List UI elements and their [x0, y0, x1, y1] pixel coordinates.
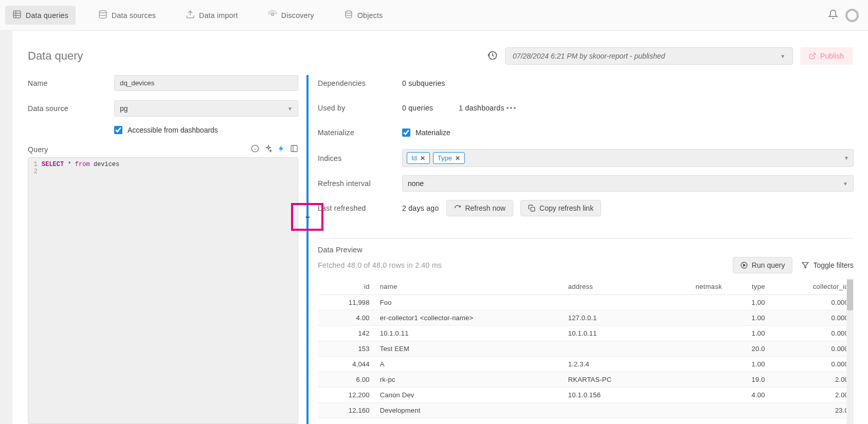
resize-highlight: ↔ — [291, 203, 323, 231]
table-row[interactable]: 6.00rk-pcRKARTAS-PC19.02.00 — [318, 372, 854, 388]
chip-label: Id — [411, 154, 417, 162]
datasource-select[interactable]: pg ▼ — [114, 100, 298, 117]
remove-chip-icon[interactable]: ✕ — [420, 155, 425, 162]
divider — [318, 238, 854, 238]
svg-rect-0 — [13, 11, 21, 18]
table-cell — [661, 326, 727, 341]
table-cell: 1.00 — [727, 295, 770, 310]
tab-data-queries[interactable]: Data queries — [5, 6, 76, 25]
materialize-checkbox[interactable] — [402, 128, 410, 137]
scrollbar[interactable] — [846, 279, 854, 424]
table-cell: 0.000 — [770, 341, 854, 357]
tab-objects[interactable]: Objects — [337, 6, 390, 25]
table-row[interactable]: 11,998Foo1.000.000 — [318, 295, 854, 310]
svg-rect-11 — [291, 145, 297, 152]
publish-button[interactable]: Publish — [800, 47, 853, 65]
usedby-dashboards: 1 dashboards — [459, 104, 504, 112]
table-cell: 1.00 — [727, 357, 770, 372]
table-cell: 4.00 — [318, 310, 375, 326]
column-header[interactable]: collector_id — [770, 279, 854, 295]
tab-label: Data queries — [26, 11, 68, 20]
resize-cursor-icon: ↔ — [304, 213, 311, 221]
usedby-queries: 0 queries — [402, 104, 433, 112]
tab-data-import[interactable]: Data import — [178, 6, 245, 25]
table-row[interactable]: 14210.1.0.1110.1.0.111.000.000 — [318, 326, 854, 341]
table-cell: 0.000 — [770, 295, 854, 310]
more-icon[interactable]: ••• — [507, 104, 517, 112]
table-row[interactable]: 153Test EEM20.00.000 — [318, 341, 854, 357]
scroll-thumb[interactable] — [847, 280, 853, 310]
run-query-label: Run query — [752, 261, 785, 269]
bell-icon[interactable] — [828, 9, 838, 21]
fetch-info: Fetched 48.0 of 48.0 rows in 2.40 ms — [318, 261, 442, 269]
refresh-interval-select[interactable]: none ▼ — [402, 175, 854, 192]
table-cell — [661, 403, 727, 418]
table-cell: 2.00 — [770, 388, 854, 403]
column-header[interactable]: name — [375, 279, 563, 295]
history-icon[interactable] — [487, 50, 498, 62]
split-divider[interactable]: ↔ — [306, 75, 309, 424]
version-text: 07/28/2024 6:21 PM by skoor-report - pub… — [513, 52, 665, 60]
table-cell: 0.000 — [770, 326, 854, 341]
table-cell: 142 — [318, 326, 375, 341]
svg-marker-15 — [803, 263, 809, 268]
tab-icon — [186, 10, 195, 21]
column-header[interactable]: netmask — [661, 279, 727, 295]
table-cell — [563, 403, 661, 418]
bolt-icon[interactable] — [278, 144, 285, 154]
table-cell — [661, 388, 727, 403]
column-header[interactable]: address — [563, 279, 661, 295]
table-cell: 11,998 — [318, 295, 375, 310]
table-cell — [661, 310, 727, 326]
accessible-checkbox[interactable] — [114, 126, 122, 134]
sparkle-icon[interactable] — [264, 144, 273, 154]
table-cell: 4,044 — [318, 357, 375, 372]
svg-rect-12 — [531, 207, 535, 211]
copy-refresh-button[interactable]: Copy refresh link — [520, 200, 601, 216]
datasource-label: Data source — [28, 104, 114, 113]
datasource-value: pg — [120, 104, 128, 113]
table-cell: 20.0 — [727, 341, 770, 357]
page-header: Data query 07/28/2024 6:21 PM by skoor-r… — [12, 39, 868, 75]
table-cell: 0.000 — [770, 357, 854, 372]
indices-label: Indices — [318, 154, 402, 162]
refresh-now-button[interactable]: Refresh now — [446, 200, 514, 216]
expand-icon[interactable] — [290, 144, 298, 154]
index-chip[interactable]: Id✕ — [407, 152, 430, 164]
tab-data-sources[interactable]: Data sources — [91, 6, 163, 25]
avatar[interactable] — [845, 9, 859, 22]
column-header[interactable]: id — [318, 279, 375, 295]
column-header[interactable]: type — [727, 279, 770, 295]
data-preview-title: Data Preview — [318, 246, 854, 254]
table-cell — [661, 295, 727, 310]
run-query-button[interactable]: Run query — [733, 257, 793, 273]
table-cell: 153 — [318, 341, 375, 357]
remove-chip-icon[interactable]: ✕ — [455, 155, 460, 162]
table-cell — [661, 341, 727, 357]
materialize-check-label: Materialize — [415, 128, 450, 137]
table-row[interactable]: 4,044A1.2.3.41.000.000 — [318, 357, 854, 372]
table-cell: 1.2.3.4 — [563, 357, 661, 372]
chevron-down-icon: ▼ — [844, 155, 849, 161]
table-row[interactable]: 12,160Development23.0 — [318, 403, 854, 418]
name-input[interactable] — [114, 75, 298, 91]
info-icon[interactable] — [251, 144, 259, 154]
tab-discovery[interactable]: Discovery — [261, 6, 321, 25]
table-cell: 12,200 — [318, 388, 375, 403]
table-cell: rk-pc — [375, 372, 563, 388]
query-editor[interactable]: 1SELECT * from devices2 — [28, 157, 298, 424]
toggle-filters-button[interactable]: Toggle filters — [802, 261, 854, 269]
svg-marker-14 — [744, 264, 746, 267]
indices-field[interactable]: Id✕Type✕▼ — [402, 149, 854, 167]
version-select[interactable]: 07/28/2024 6:21 PM by skoor-report - pub… — [505, 47, 793, 65]
index-chip[interactable]: Type✕ — [433, 152, 465, 164]
chevron-down-icon: ▼ — [843, 181, 848, 187]
table-row[interactable]: 12,200Canon Dev10.1.0.1564.002.00 — [318, 388, 854, 403]
table-cell: 19.0 — [727, 372, 770, 388]
table-cell: 1.00 — [727, 326, 770, 341]
table-cell: RKARTAS-PC — [563, 372, 661, 388]
table-row[interactable]: 4.00er-collector1 <collector-name>127.0.… — [318, 310, 854, 326]
refresh-interval-label: Refresh interval — [318, 179, 402, 188]
table-cell: Foo — [375, 295, 563, 310]
dependencies-value: 0 subqueries — [402, 79, 445, 87]
